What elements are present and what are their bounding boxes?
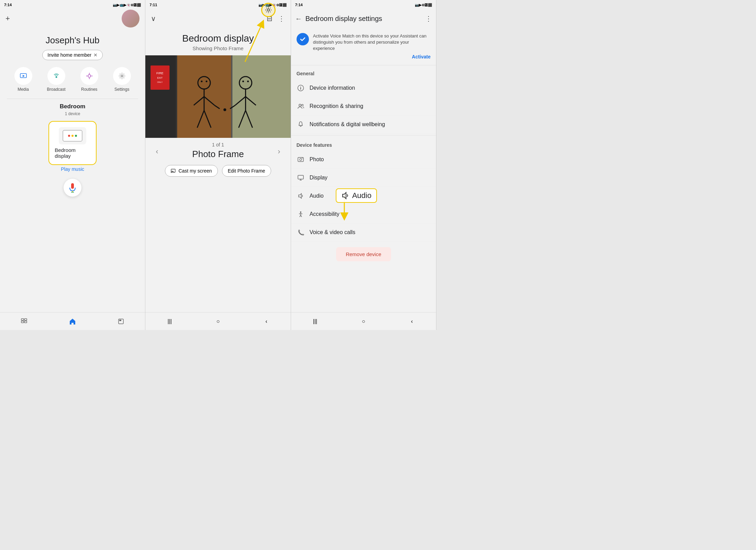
- bell-icon: [297, 120, 305, 129]
- svg-point-43: [242, 80, 244, 82]
- routines-action[interactable]: Routines: [80, 67, 98, 92]
- quick-actions-row: Media Broadcast: [7, 67, 138, 92]
- media-label: Media: [18, 87, 29, 92]
- device-count: 1 device: [7, 111, 138, 116]
- audio-highlight-label: Audio: [352, 191, 371, 200]
- close-icon[interactable]: ✕: [93, 52, 98, 58]
- svg-point-63: [302, 158, 303, 158]
- p2-subtitle: Showing Photo Frame: [145, 45, 290, 51]
- edit-photo-frame-button[interactable]: Edit Photo Frame: [222, 165, 271, 177]
- more-vert-icon[interactable]: ⋮: [278, 14, 285, 23]
- nav-home-p1[interactable]: [68, 317, 77, 326]
- notifications-label: Notifications & digital wellbeing: [310, 121, 431, 128]
- nav-bar-p2: ∨ ⊟ ⋮: [145, 10, 290, 28]
- edit-photo-frame-label: Edit Photo Frame: [228, 168, 265, 174]
- photo-feature-item[interactable]: Photo: [291, 151, 436, 169]
- svg-rect-27: [176, 55, 177, 138]
- more-vert-icon-p3[interactable]: ⋮: [425, 14, 432, 23]
- remove-device-button[interactable]: Remove device: [336, 247, 391, 261]
- p3-content: Activate Voice Match on this device so y…: [291, 28, 436, 312]
- routines-icon-circle: [80, 67, 98, 85]
- settings-page-title: Bedroom display settings: [305, 15, 422, 23]
- status-bar-p3: 7:14 📷▶⊖🖼⬛: [291, 0, 436, 10]
- photo-counter: 1 of 1: [192, 142, 244, 147]
- divider-1: [7, 99, 138, 99]
- photo-frame-image: FIRE EXIT ONLY: [145, 55, 290, 138]
- svg-rect-16: [21, 319, 24, 320]
- display-icon: [297, 174, 305, 182]
- voice-match-icon: [297, 33, 309, 45]
- nav-recent-p2[interactable]: |||: [165, 317, 175, 326]
- svg-point-2: [55, 76, 57, 78]
- status-bar-p1: 7:14 📷▶📺▶👻⊖🖼⬛: [0, 0, 145, 10]
- svg-point-34: [201, 80, 203, 82]
- play-music-link[interactable]: Play music: [7, 166, 138, 172]
- p2-bottom-buttons: Cast my screen Edit Photo Frame: [145, 165, 290, 184]
- settings-label: Settings: [114, 87, 129, 92]
- voice-video-label: Voice & video calls: [310, 229, 431, 235]
- svg-rect-28: [231, 55, 233, 138]
- broadcast-action[interactable]: Broadcast: [47, 67, 66, 92]
- phone-icon: [297, 228, 305, 236]
- recognition-label: Recognition & sharing: [310, 103, 431, 109]
- svg-marker-1: [23, 75, 25, 77]
- device-name-label: Bedroom display: [55, 147, 90, 159]
- next-arrow[interactable]: ›: [278, 147, 280, 156]
- svg-rect-13: [71, 183, 74, 189]
- nav-back-p3[interactable]: ‹: [407, 317, 417, 326]
- svg-rect-17: [24, 319, 27, 320]
- settings-divider: [291, 135, 436, 135]
- nav-back-p2[interactable]: ‹: [262, 317, 271, 326]
- invite-home-member-button[interactable]: Invite home member ✕: [42, 50, 103, 60]
- svg-rect-64: [298, 175, 303, 179]
- svg-point-35: [206, 80, 208, 82]
- prev-arrow[interactable]: ‹: [156, 147, 158, 156]
- nav-recent-p1[interactable]: [19, 317, 29, 326]
- info-icon: [297, 84, 305, 92]
- add-icon[interactable]: +: [5, 14, 10, 23]
- recognition-sharing-item[interactable]: Recognition & sharing: [291, 97, 436, 116]
- accessibility-feature-item[interactable]: Accessibility: [291, 205, 436, 223]
- bedroom-display-card[interactable]: Bedroom display: [48, 121, 97, 165]
- status-time-p2: 7:11: [149, 3, 157, 7]
- svg-point-3: [88, 75, 91, 77]
- device-information-item[interactable]: Device information: [291, 79, 436, 97]
- svg-rect-21: [119, 320, 121, 321]
- avatar[interactable]: [122, 10, 140, 28]
- broadcast-label: Broadcast: [47, 87, 66, 92]
- svg-text:FIRE: FIRE: [156, 72, 164, 75]
- svg-point-51: [224, 108, 226, 111]
- p1-content: Joseph's Hub Invite home member ✕ Media: [0, 28, 145, 312]
- nav-home-p3[interactable]: ○: [359, 317, 368, 326]
- svg-point-62: [300, 158, 302, 161]
- svg-line-71: [300, 215, 301, 217]
- display-feature-item[interactable]: Display: [291, 169, 436, 187]
- svg-point-68: [300, 211, 301, 213]
- activate-button[interactable]: Activate: [313, 54, 431, 59]
- mic-fab[interactable]: [64, 179, 81, 197]
- nav-tabs-p1[interactable]: [116, 317, 126, 326]
- chevron-down-icon[interactable]: ∨: [151, 14, 156, 23]
- voice-video-feature-item[interactable]: Voice & video calls: [291, 223, 436, 242]
- svg-text:EXIT: EXIT: [157, 77, 163, 79]
- notifications-item[interactable]: Notifications & digital wellbeing: [291, 116, 436, 134]
- status-icons-p3: 📷▶⊖🖼⬛: [415, 3, 432, 7]
- status-time-p3: 7:14: [295, 3, 303, 7]
- device-info-label: Device information: [310, 85, 431, 91]
- nav-recent-p3[interactable]: |||: [310, 317, 320, 326]
- back-arrow-icon[interactable]: ←: [295, 15, 302, 23]
- settings-gear-highlighted[interactable]: [261, 3, 276, 17]
- svg-point-8: [121, 75, 123, 77]
- svg-point-60: [301, 104, 303, 106]
- settings-icon-circle: [113, 67, 131, 85]
- svg-point-44: [247, 80, 249, 82]
- nav-home-p2[interactable]: ○: [213, 317, 223, 326]
- cast-screen-button[interactable]: Cast my screen: [165, 165, 218, 177]
- nav-bar-p1: +: [0, 10, 145, 28]
- svg-point-58: [300, 86, 301, 87]
- status-icons-p1: 📷▶📺▶👻⊖🖼⬛: [113, 3, 141, 7]
- settings-action[interactable]: Settings: [113, 67, 131, 92]
- svg-point-11: [71, 135, 74, 137]
- media-action[interactable]: Media: [14, 67, 32, 92]
- svg-marker-73: [343, 192, 346, 199]
